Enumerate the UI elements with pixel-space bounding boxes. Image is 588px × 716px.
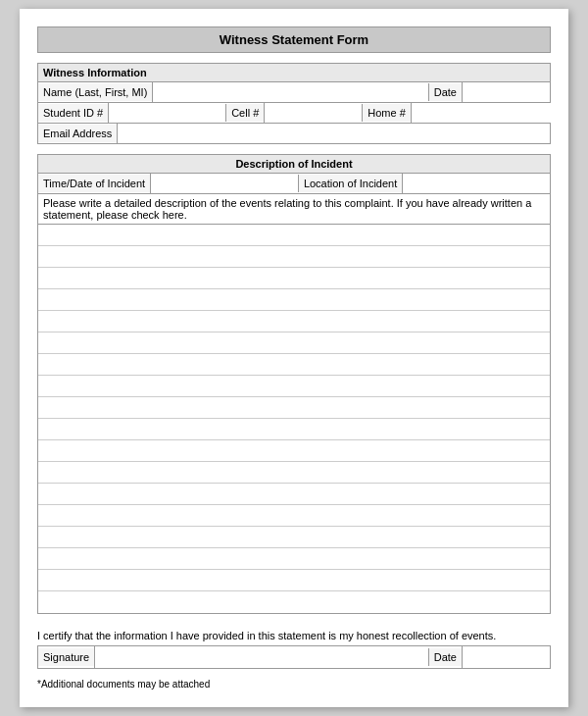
blank-line[interactable] <box>38 225 550 246</box>
name-date-row: Name (Last, First, MI) Date <box>38 82 550 103</box>
description-header: Description of Incident <box>38 155 550 174</box>
cell-label: Cell # <box>225 104 264 122</box>
blank-line[interactable] <box>38 419 550 440</box>
time-location-row: Time/Date of Incident Location of Incide… <box>38 174 550 194</box>
blank-line[interactable] <box>38 354 550 376</box>
student-id-label: Student ID # <box>38 104 108 122</box>
name-input[interactable] <box>152 82 427 102</box>
signature-row: Signature Date <box>37 645 551 669</box>
blank-line[interactable] <box>38 289 550 311</box>
blank-line[interactable] <box>38 548 550 570</box>
blank-line[interactable] <box>38 311 550 332</box>
email-label: Email Address <box>38 125 117 142</box>
student-id-input[interactable] <box>108 103 225 123</box>
blank-line[interactable] <box>38 440 550 462</box>
blank-line[interactable] <box>38 591 550 613</box>
form-title: Witness Statement Form <box>37 26 551 53</box>
signature-input[interactable] <box>94 646 428 668</box>
blank-line[interactable] <box>38 376 550 397</box>
email-input[interactable] <box>117 124 550 143</box>
date-input[interactable] <box>462 82 550 102</box>
time-label: Time/Date of Incident <box>38 175 150 192</box>
location-label: Location of Incident <box>298 175 402 192</box>
blank-line[interactable] <box>38 505 550 527</box>
blank-line[interactable] <box>38 527 550 548</box>
student-id-row: Student ID # Cell # Home # <box>38 103 550 124</box>
home-input[interactable] <box>411 103 555 123</box>
email-row: Email Address <box>38 124 550 143</box>
date-label: Date <box>428 83 462 101</box>
sig-date-label: Date <box>428 648 462 666</box>
footer-note: *Additional documents may be attached <box>37 677 551 690</box>
statement-lines <box>38 225 550 613</box>
witness-statement-form: Witness Statement Form Witness Informati… <box>20 9 568 707</box>
description-section: Description of Incident Time/Date of Inc… <box>37 154 551 614</box>
blank-line[interactable] <box>38 570 550 591</box>
witness-info-section: Witness Information Name (Last, First, M… <box>37 63 551 144</box>
time-input[interactable] <box>150 174 298 193</box>
blank-line[interactable] <box>38 397 550 419</box>
blank-line[interactable] <box>38 332 550 354</box>
certify-text: I certify that the information I have pr… <box>37 624 551 645</box>
blank-line[interactable] <box>38 462 550 484</box>
witness-section-header: Witness Information <box>38 64 550 82</box>
blank-line[interactable] <box>38 484 550 505</box>
sig-date-input[interactable] <box>462 646 550 668</box>
name-label: Name (Last, First, MI) <box>38 83 152 101</box>
signature-label: Signature <box>38 648 94 666</box>
cell-input[interactable] <box>264 103 362 123</box>
home-label: Home # <box>362 104 411 122</box>
location-input[interactable] <box>402 174 550 193</box>
blank-line[interactable] <box>38 246 550 268</box>
instruction-text: Please write a detailed description of t… <box>38 194 550 225</box>
blank-line[interactable] <box>38 268 550 289</box>
